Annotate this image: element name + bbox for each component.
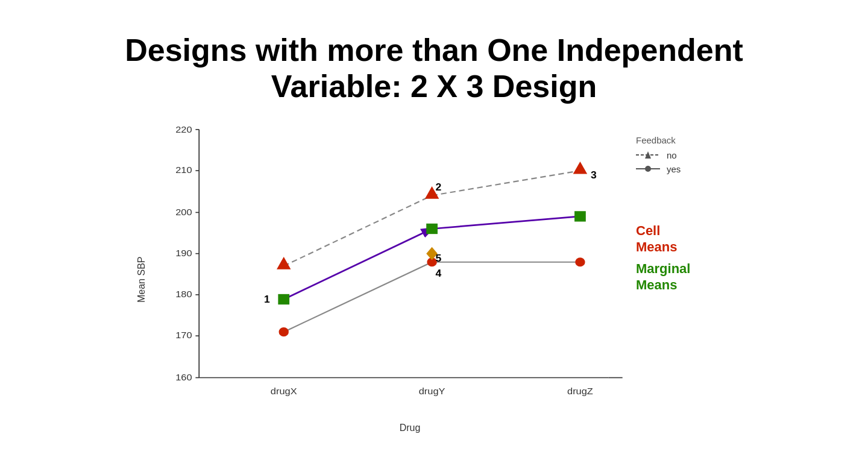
svg-line-25 [432,216,580,229]
svg-line-22 [284,262,432,332]
svg-text:160: 160 [175,372,192,382]
marginal-means-label: MarginalMeans [636,260,735,294]
chart-inner: 220 210 200 190 180 170 160 [157,123,735,436]
svg-text:210: 210 [175,165,192,175]
svg-text:200: 200 [175,207,192,216]
svg-text:170: 170 [175,330,192,340]
legend-yes-label: yes [667,164,681,174]
svg-text:180: 180 [175,289,192,299]
svg-marker-29 [573,162,587,174]
svg-marker-26 [277,257,291,269]
legend-solid-line-icon [636,164,663,174]
svg-text:drugX: drugX [271,386,297,395]
svg-rect-40 [574,211,586,221]
legend-item-no: no [636,150,735,160]
svg-line-20 [284,195,432,266]
svg-text:drugY: drugY [419,386,445,395]
svg-point-31 [279,327,289,336]
svg-text:5: 5 [435,253,441,263]
svg-text:drugZ: drugZ [567,386,593,395]
svg-text:1: 1 [264,294,270,304]
svg-text:4: 4 [435,268,441,279]
y-axis-label: Mean SBP [133,123,151,436]
svg-text:190: 190 [175,248,192,257]
legend-dashed-line-icon [636,150,663,160]
svg-line-21 [432,171,580,195]
legend-no-label: no [667,150,677,160]
svg-line-24 [284,228,432,299]
svg-rect-37 [426,224,438,234]
legend-item-yes: yes [636,164,735,174]
x-axis-label: Drug [193,423,627,433]
svg-text:2: 2 [435,181,441,192]
main-container: Designs with more than One Independent V… [102,33,766,436]
svg-rect-35 [278,294,289,304]
cell-means-group: CellMeans MarginalMeans [636,222,735,294]
legend-area: Feedback no yes Cel [636,135,735,294]
svg-text:3: 3 [591,169,597,180]
svg-point-44 [645,166,651,172]
cell-means-label: CellMeans [636,222,735,256]
svg-text:220: 220 [175,125,192,134]
svg-point-34 [575,257,585,266]
legend-title: Feedback [636,135,735,145]
page-title: Designs with more than One Independent V… [102,33,766,105]
chart-area: Mean SBP 220 210 200 [133,123,735,436]
